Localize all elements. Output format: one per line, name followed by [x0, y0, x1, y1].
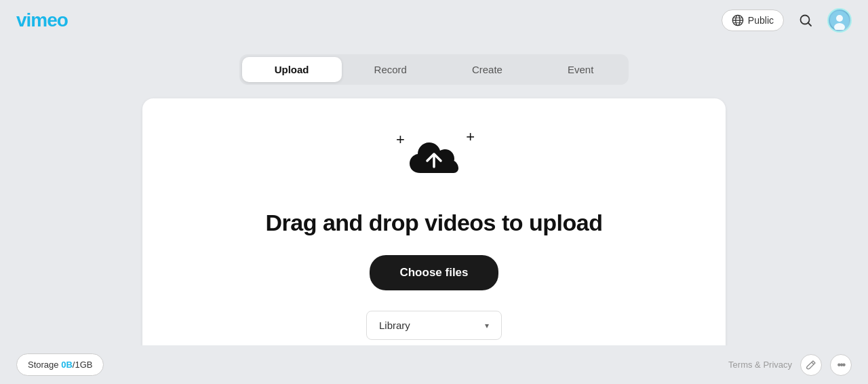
- search-icon: [799, 14, 812, 27]
- footer-right: Terms & Privacy •••: [728, 354, 852, 376]
- ellipsis-icon: •••: [837, 359, 845, 371]
- tab-record[interactable]: Record: [342, 57, 439, 82]
- header-left: vimeo: [16, 9, 68, 31]
- storage-label: Storage: [28, 360, 59, 370]
- tabs-nav: Upload Record Create Event: [239, 54, 629, 85]
- public-label: Public: [748, 15, 774, 26]
- cloud-upload-icon: [407, 136, 461, 183]
- plus-icon-left: +: [396, 131, 405, 149]
- header: vimeo Public: [0, 0, 868, 41]
- storage-badge: Storage 0B/1GB: [16, 353, 104, 376]
- public-badge-button[interactable]: Public: [722, 9, 784, 31]
- footer: Storage 0B/1GB Terms & Privacy •••: [0, 345, 868, 384]
- storage-total: /1GB: [73, 360, 93, 370]
- header-right: Public: [722, 8, 852, 33]
- terms-privacy-link[interactable]: Terms & Privacy: [728, 360, 792, 370]
- drag-drop-heading: Drag and drop videos to upload: [266, 210, 603, 236]
- choose-files-button[interactable]: Choose files: [370, 255, 498, 290]
- plus-icon-right: +: [466, 128, 475, 146]
- avatar[interactable]: [827, 8, 852, 33]
- svg-line-11: [812, 362, 814, 364]
- svg-point-8: [836, 15, 843, 22]
- more-options-button[interactable]: •••: [830, 354, 852, 376]
- main-content: Upload Record Create Event + + Drag and …: [0, 41, 868, 360]
- tab-event[interactable]: Event: [535, 57, 626, 82]
- paintbrush-icon: [806, 360, 816, 370]
- search-button[interactable]: [795, 9, 816, 31]
- avatar-icon: [830, 11, 849, 30]
- upload-drop-zone: + + Drag and drop videos to upload Choos…: [142, 98, 726, 360]
- storage-used-value: 0B: [61, 360, 73, 370]
- tab-upload[interactable]: Upload: [242, 57, 342, 82]
- upload-icon-area: + +: [393, 126, 475, 193]
- chevron-down-icon: ▾: [485, 321, 489, 330]
- library-label: Library: [379, 320, 410, 331]
- vimeo-logo: vimeo: [16, 9, 68, 31]
- svg-line-6: [808, 23, 812, 26]
- paint-brush-button[interactable]: [800, 354, 822, 376]
- tab-create[interactable]: Create: [439, 57, 535, 82]
- globe-icon: [732, 14, 744, 26]
- library-dropdown[interactable]: Library ▾: [366, 311, 502, 340]
